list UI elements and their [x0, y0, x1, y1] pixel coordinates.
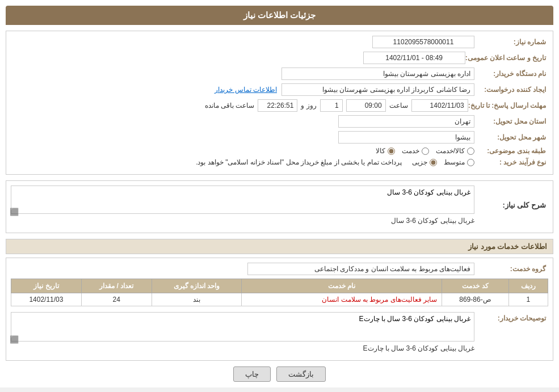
- purchase-type-radio-group: متوسط جزیی پرداخت تمام یا بخشی از مبلغ خ…: [196, 158, 474, 166]
- response-days-value: 1: [320, 99, 343, 112]
- response-time-value: 09:00: [346, 99, 386, 112]
- creator-label: ایجاد کننده درخواست:: [474, 86, 548, 94]
- col-service-code: کد خدمت: [442, 279, 509, 293]
- cell-quantity: 24: [81, 293, 152, 306]
- general-description-container: ⬛ غربال بینایی کودکان 6-3 سال: [11, 186, 474, 225]
- resize-handle: ⬛: [12, 208, 19, 214]
- back-button[interactable]: بازگشت: [276, 366, 326, 382]
- delivery-city-value: بیشوا: [338, 131, 474, 144]
- col-date: تاریخ نیاز: [11, 279, 82, 293]
- buyer-description-wrapper: ⬛: [11, 312, 474, 343]
- main-section: شماره نیاز: 1102095578000011 تاریخ و ساع…: [6, 31, 553, 175]
- buyer-org-value: اداره بهزیستی شهرستان بیشوا: [281, 68, 474, 80]
- resize-handle-2: ⬛: [12, 335, 19, 342]
- purchase-type-motavaset[interactable]: متوسط: [444, 158, 474, 166]
- cell-unit: بند: [152, 293, 242, 306]
- delivery-province-value: تهران: [338, 115, 474, 128]
- category-kala[interactable]: کالا: [376, 147, 395, 155]
- services-section-title: اطلاعات خدمات مورد نیاز: [6, 239, 553, 254]
- services-table: ردیف کد خدمت نام خدمت واحد اندازه گیری ت…: [11, 279, 548, 306]
- buyer-description-area: توصیحات خریدار: ⬛ غربال بینایی کودکان 6-…: [11, 312, 548, 352]
- category-label: طبقه بندی موضوعی:: [474, 147, 548, 155]
- purchase-type-jozyi-radio[interactable]: [430, 159, 437, 166]
- table-body: 1 ص-86-869 سایر فعالیت‌های مربوط به سلام…: [11, 293, 548, 306]
- purchase-type-row: نوع فرآیند خرید : متوسط جزیی پرداخت تمام…: [11, 158, 548, 166]
- cell-row-number: 1: [508, 293, 548, 306]
- col-service-name: نام خدمت: [242, 279, 442, 293]
- page-header: جزئیات اطلاعات نیاز: [6, 6, 553, 25]
- delivery-city-label: شهر محل تحویل:: [474, 133, 548, 141]
- purchase-type-label: نوع فرآیند خرید :: [474, 158, 548, 166]
- delivery-province-row: استان محل تحویل: تهران: [11, 115, 548, 128]
- creator-row: ایجاد کننده درخواست: رضا کاشانی کاربرداز…: [11, 83, 548, 96]
- cell-service-name: سایر فعالیت‌های مربوط به سلامت انسان: [242, 293, 442, 306]
- category-kala-radio[interactable]: [388, 147, 395, 155]
- purchase-type-motavaset-label: متوسط: [444, 158, 465, 166]
- general-description-section: شرح کلی نیاز: ⬛ غربال بینایی کودکان 6-3 …: [6, 180, 553, 233]
- print-button[interactable]: چاپ: [233, 366, 271, 382]
- general-description-wrapper: ⬛: [11, 186, 474, 216]
- page-title: جزئیات اطلاعات نیاز: [243, 10, 316, 20]
- response-deadline-inline: 1402/11/03 ساعت 09:00 1 روز و 22:26:51 س…: [205, 99, 468, 112]
- service-group-label: گروه خدمت:: [474, 265, 548, 273]
- service-group-row: گروه خدمت: فعالیت‌های مربوط به سلامت انس…: [11, 263, 548, 275]
- creator-value: رضا کاشانی کاربرداز اداره بهزیستی شهرستا…: [281, 83, 474, 96]
- button-row: بازگشت چاپ: [6, 366, 553, 382]
- response-remaining-label: ساعت باقی مانده: [205, 102, 255, 109]
- buyer-org-label: نام دستگاه خریدار:: [474, 70, 548, 78]
- response-deadline-row: مهلت ارسال پاسخ: تا تاریخ: 1402/11/03 سا…: [11, 99, 548, 112]
- purchase-note: پرداخت تمام یا بخشی از مبلغ خریداز محل "…: [196, 158, 402, 166]
- purchase-type-motavaset-radio[interactable]: [467, 159, 474, 166]
- need-number-label: شماره نیاز:: [474, 38, 548, 46]
- contact-link[interactable]: اطلاعات تماس خریدار: [215, 86, 277, 94]
- general-description-row: شرح کلی نیاز: ⬛ غربال بینایی کودکان 6-3 …: [11, 186, 548, 225]
- col-quantity: تعداد / مقدار: [81, 279, 152, 293]
- page-wrapper: جزئیات اطلاعات نیاز شماره نیاز: 11020955…: [0, 0, 559, 387]
- need-number-value: 1102095578000011: [372, 36, 474, 48]
- delivery-city-row: شهر محل تحویل: بیشوا: [11, 131, 548, 144]
- col-unit: واحد اندازه گیری: [152, 279, 242, 293]
- table-header-row: ردیف کد خدمت نام خدمت واحد اندازه گیری ت…: [11, 279, 548, 293]
- category-row: طبقه بندی موضوعی: کالا/خدمت خدمت کالا: [11, 147, 548, 155]
- services-table-section: ردیف کد خدمت نام خدمت واحد اندازه گیری ت…: [11, 279, 548, 306]
- table-header: ردیف کد خدمت نام خدمت واحد اندازه گیری ت…: [11, 279, 548, 293]
- general-description-input[interactable]: [11, 186, 474, 214]
- category-radio-group: کالا/خدمت خدمت کالا: [376, 147, 474, 155]
- col-row-number: ردیف: [508, 279, 548, 293]
- table-row: 1 ص-86-869 سایر فعالیت‌های مربوط به سلام…: [11, 293, 548, 306]
- response-time-label: ساعت: [389, 102, 408, 109]
- announcement-date-label: تاریخ و ساعت اعلان عمومی:: [465, 54, 548, 62]
- response-date-value: 1402/11/03: [411, 99, 468, 112]
- general-description-text: غربال بینایی کودکان 6-3 سال: [11, 217, 474, 225]
- buyer-description-label: توصیحات خریدار:: [474, 312, 548, 322]
- cell-service-code: ص-86-869: [442, 293, 509, 306]
- purchase-type-jozyi-label: جزیی: [412, 158, 427, 166]
- content-area: شماره نیاز: 1102095578000011 تاریخ و ساع…: [6, 31, 553, 382]
- general-description-label: شرح کلی نیاز:: [474, 201, 548, 209]
- purchase-type-jozyi[interactable]: جزیی: [412, 158, 437, 166]
- category-kala-khadamat-label: کالا/خدمت: [436, 147, 465, 155]
- response-deadline-label: مهلت ارسال پاسخ: تا تاریخ:: [468, 102, 548, 109]
- cell-date: 1402/11/03: [11, 293, 82, 306]
- services-section: گروه خدمت: فعالیت‌های مربوط به سلامت انس…: [6, 258, 553, 361]
- response-day-label: روز و: [301, 102, 316, 109]
- category-kala-label: کالا: [376, 147, 385, 155]
- buyer-description-input[interactable]: [11, 312, 474, 342]
- category-kala-khadamat-radio[interactable]: [467, 147, 474, 155]
- buyer-description-container: ⬛ غربال بینایی کودکان 6-3 سال با چارتE: [11, 312, 474, 352]
- category-khadamat-radio[interactable]: [422, 147, 429, 155]
- category-kala-khadamat[interactable]: کالا/خدمت: [436, 147, 474, 155]
- response-remaining-time: 22:26:51: [258, 99, 297, 112]
- buyer-org-row: نام دستگاه خریدار: اداره بهزیستی شهرستان…: [11, 68, 548, 80]
- buyer-description-text: غربال بینایی کودکان 6-3 سال با چارتE: [11, 344, 474, 352]
- delivery-province-label: استان محل تحویل:: [474, 117, 548, 125]
- category-khadamat-label: خدمت: [402, 147, 419, 155]
- category-khadamat[interactable]: خدمت: [402, 147, 429, 155]
- service-group-value: فعالیت‌های مربوط به سلامت انسان و مددکار…: [247, 263, 474, 275]
- announcement-date-value: 1402/11/01 - 08:49: [363, 52, 465, 64]
- announcement-date-row: تاریخ و ساعت اعلان عمومی: 1402/11/01 - 0…: [11, 52, 548, 64]
- need-number-row: شماره نیاز: 1102095578000011: [11, 36, 548, 48]
